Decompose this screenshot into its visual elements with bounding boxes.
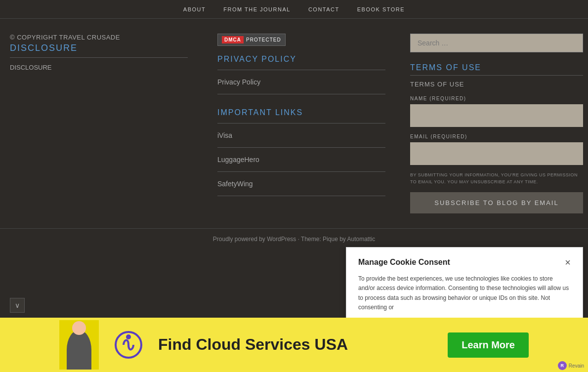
ad-person-image — [59, 320, 99, 370]
important-links-section: IMPORTANT LINKS iVisa LuggageHero Safety… — [217, 108, 385, 196]
revain-icon: R — [558, 361, 567, 370]
search-input[interactable] — [410, 34, 583, 52]
email-input[interactable] — [410, 142, 583, 165]
name-input[interactable] — [410, 104, 583, 127]
name-label: Name (Required) — [410, 96, 583, 101]
right-column: TERMS OF USE TERMS OF USE Name (Required… — [405, 29, 588, 218]
privacy-policy-heading: PRIVACY POLICY — [217, 55, 385, 64]
ad-inner: Find Cloud Services USA Learn More — [59, 320, 529, 370]
scroll-down-icon: ∨ — [15, 301, 20, 310]
ad-headline: Find Cloud Services USA — [158, 336, 433, 353]
ad-banner: Find Cloud Services USA Learn More R Rev… — [0, 318, 588, 372]
footer-text: Proudly powered by WordPress · Theme: Pi… — [213, 236, 346, 243]
nav-journal[interactable]: From the Journal — [214, 6, 299, 12]
person-figure — [67, 330, 91, 370]
terms-link[interactable]: TERMS OF USE — [410, 81, 583, 88]
ivisa-divider — [217, 147, 385, 148]
terms-divider — [410, 75, 583, 76]
cookie-header: Manage Cookie Consent × — [358, 257, 571, 267]
middle-column: DMCA PROTECTED PRIVACY POLICY Privacy Po… — [208, 29, 395, 218]
privacy-divider — [217, 70, 385, 70]
subscribe-button[interactable]: Subscribe to Blog by Email — [410, 192, 583, 213]
ad-logo — [114, 330, 143, 360]
safetywing-link[interactable]: SafetyWing — [217, 176, 385, 192]
svg-point-1 — [126, 334, 131, 339]
cookie-close-button[interactable]: × — [565, 257, 571, 267]
scroll-indicator[interactable]: ∨ — [10, 298, 25, 313]
revain-badge: R Revain — [558, 361, 584, 370]
cookie-title: Manage Cookie Consent — [358, 258, 450, 267]
cookie-body: To provide the best experiences, we use … — [358, 274, 571, 312]
nav-contact[interactable]: Contact — [299, 6, 348, 12]
terms-heading: TERMS OF USE — [410, 63, 583, 72]
learn-more-button[interactable]: Learn More — [448, 332, 529, 358]
important-links-divider — [217, 123, 385, 124]
safetywing-divider — [217, 196, 385, 196]
ad-text-block: Find Cloud Services USA — [158, 336, 433, 353]
dmca-badge: DMCA PROTECTED — [217, 34, 286, 46]
luggage-divider — [217, 171, 385, 172]
top-navigation: About From the Journal Contact Ebook Sto… — [0, 0, 588, 19]
privacy-divider-bottom — [217, 94, 385, 94]
dmca-protected-text: PROTECTED — [246, 37, 281, 42]
important-links-heading: IMPORTANT LINKS — [217, 108, 385, 117]
footer: Proudly powered by WordPress · Theme: Pi… — [0, 228, 588, 249]
revain-label: Revain — [569, 363, 584, 369]
footer-link[interactable]: Automattic — [347, 236, 376, 243]
left-divider — [10, 57, 188, 58]
disclosure-link[interactable]: DISCLOSURE — [10, 64, 188, 71]
main-content: © COPYRIGHT TRAVEL CRUSADE DISCLOSURE DI… — [0, 19, 588, 228]
email-label: Email (Required) — [410, 134, 583, 139]
dmca-label: DMCA — [222, 36, 244, 43]
form-note: By submitting your information, you're g… — [410, 172, 583, 185]
site-copyright: © COPYRIGHT TRAVEL CRUSADE — [10, 34, 188, 41]
privacy-policy-link[interactable]: Privacy Policy — [217, 74, 385, 90]
cookie-consent-modal: Manage Cookie Consent × To provide the b… — [346, 247, 583, 323]
luggage-hero-link[interactable]: LuggageHero — [217, 152, 385, 167]
disclosure-heading: DISCLOSURE — [10, 43, 188, 53]
nav-ebook[interactable]: Ebook Store — [348, 6, 414, 12]
ivisa-link[interactable]: iVisa — [217, 127, 385, 143]
nav-about[interactable]: About — [174, 6, 214, 12]
left-column: © COPYRIGHT TRAVEL CRUSADE DISCLOSURE DI… — [5, 29, 198, 218]
